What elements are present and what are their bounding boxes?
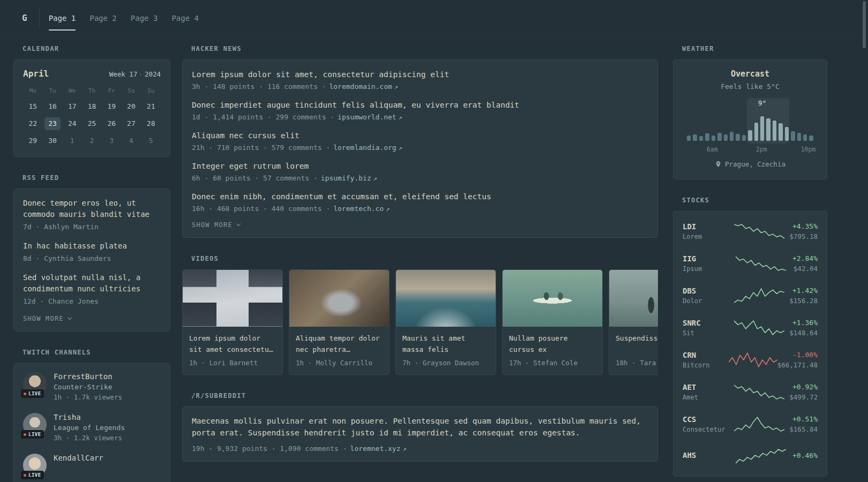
stock-row[interactable]: DBS Dolor +1.42% $156.28 [683, 280, 818, 312]
rss-show-more-button[interactable]: SHOW MORE [23, 315, 161, 322]
hn-domain-link[interactable]: loremtech.co↗ [333, 205, 390, 213]
channel-viewers-meta: 1h · 1.7k viewers [54, 393, 122, 401]
stock-row[interactable]: AET Amet +0.92% $499.72 [683, 376, 818, 408]
hn-story-title[interactable]: Integer eget rutrum lorem [192, 160, 648, 172]
scrollbar-thumb[interactable] [863, 1, 866, 48]
rss-item-title[interactable]: In hac habitasse platea [23, 240, 161, 252]
subreddit-post-title[interactable]: Maecenas mollis pulvinar erat non posuer… [192, 416, 648, 439]
stock-change: +0.46% [792, 451, 818, 460]
calendar-day: 3 [103, 134, 119, 147]
hn-story-title[interactable]: Lorem ipsum dolor sit amet, consectetur … [192, 69, 648, 80]
video-thumbnail[interactable] [609, 270, 658, 327]
video-thumbnail[interactable] [289, 270, 389, 327]
hn-domain-link[interactable]: loremlandia.org↗ [333, 144, 402, 152]
rss-item-title[interactable]: Sed volutpat nulla nisl, a condimentum n… [23, 272, 161, 295]
channel-game[interactable]: League of Legends [54, 424, 125, 432]
video-card-body: Nullam posuere cursus ex 17h · Stefan Co… [503, 327, 602, 374]
video-thumbnail[interactable] [183, 270, 282, 327]
channel-info: Trisha League of Legends 3h · 1.2k viewe… [54, 413, 125, 442]
video-title[interactable]: Lorem ipsum dolor sit amet consectetu… [189, 333, 276, 355]
twitch-channel-row[interactable]: LIVE KendallCarr [23, 454, 161, 477]
hn-story-title[interactable]: Donec enim nibh, condimentum et accumsan… [192, 191, 648, 202]
hn-story-meta: 16h · 468 points · 440 comments · loremt… [192, 205, 648, 213]
calendar-day: 28 [143, 117, 159, 130]
stock-figures: +2.84% $42.04 [792, 254, 818, 273]
video-card[interactable]: Mauris sit amet massa felis 7h · Grayson… [395, 269, 496, 375]
stock-row[interactable]: AHS +0.46% [683, 440, 818, 472]
hn-domain-link[interactable]: ipsumworld.net↗ [338, 113, 402, 121]
live-badge: LIVE [21, 389, 44, 398]
stock-sparkline [729, 351, 777, 369]
location-pin-icon [715, 161, 722, 168]
stock-row[interactable]: LDI Lorem +4.35% $795.18 [683, 215, 818, 247]
hn-story-meta: 6h · 60 points · 57 comments · ipsumify.… [192, 174, 648, 182]
video-card[interactable]: Suspendisse diam 18h · Tara [609, 269, 658, 375]
video-card[interactable]: Lorem ipsum dolor sit amet consectetu… 1… [182, 269, 283, 375]
weather-bar [766, 118, 770, 141]
live-label: LIVE [28, 391, 41, 396]
channel-name[interactable]: ForrestBurton [54, 372, 122, 381]
subreddit-card: Maecenas mollis pulvinar erat non posuer… [182, 406, 658, 462]
stocks-widget: STOCKS LDI Lorem +4.35% $795.18 [673, 197, 827, 477]
show-more-label: SHOW MORE [23, 315, 64, 322]
subreddit-domain-link[interactable]: loremnet.xyz↗ [350, 445, 407, 453]
hn-story-title[interactable]: Donec imperdiet augue tincidunt felis al… [192, 99, 648, 111]
live-dot-icon [24, 393, 26, 395]
video-meta: 1h · Molly Carrillo [296, 359, 383, 367]
hackernews-show-more-button[interactable]: SHOW MORE [192, 221, 648, 229]
page-tab[interactable]: Page 3 [124, 0, 165, 36]
channel-game[interactable]: Counter-Strike [54, 383, 122, 391]
rss-list: Donec tempor eros leo, ut commodo mauris… [23, 198, 161, 305]
page-tab[interactable]: Page 2 [83, 0, 124, 36]
stock-row[interactable]: CCS Consectetur +0.51% $165.84 [683, 408, 818, 440]
stock-row[interactable]: SNRC Sit +1.36% $148.64 [683, 312, 818, 344]
weather-ticks: 6am 2pm 10pm [687, 146, 813, 153]
calendar-day: 26 [103, 117, 119, 130]
video-thumbnail[interactable] [396, 270, 496, 327]
tick-2pm: 2pm [756, 146, 767, 153]
hackernews-section-title: HACKER NEWS [191, 45, 658, 52]
twitch-channel-row[interactable]: LIVE ForrestBurton Counter-Strike 1h · 1… [23, 372, 161, 401]
dashboard-columns: CALENDAR April Week 17·2024 MoTuWeThFrSa… [0, 36, 868, 482]
video-title[interactable]: Suspendisse diam [616, 333, 658, 355]
hn-story: Integer eget rutrum lorem 6h · 60 points… [192, 160, 648, 182]
weather-location-text: Prague, Czechia [725, 160, 785, 168]
video-card[interactable]: Aliquam tempor dolor nec pharetra… 1h · … [289, 269, 390, 375]
calendar-widget: CALENDAR April Week 17·2024 MoTuWeThFrSa… [13, 45, 170, 157]
stock-price: $165.84 [789, 425, 818, 433]
stock-symbol: AHS [683, 451, 729, 460]
hn-story: Aliquam nec cursus elit 21h · 710 points… [192, 130, 648, 152]
external-link-icon: ↗ [399, 144, 402, 152]
subreddit-post-meta: 19h · 9,932 points · 1,090 comments · lo… [192, 445, 648, 453]
video-title[interactable]: Mauris sit amet massa felis [402, 333, 489, 355]
stock-symbol: CCS [683, 415, 729, 424]
weather-bar [773, 120, 776, 141]
stock-row[interactable]: CRN Bitcorn -1.00% $66,171.48 [683, 344, 818, 376]
rss-item-title[interactable]: Donec tempor eros leo, ut commodo mauris… [23, 198, 161, 220]
twitch-list: LIVE ForrestBurton Counter-Strike 1h · 1… [23, 372, 161, 477]
video-title[interactable]: Aliquam tempor dolor nec pharetra… [296, 333, 383, 355]
video-thumbnail[interactable] [503, 270, 602, 327]
stock-identity: LDI Lorem [683, 222, 729, 240]
calendar-weekday: We [69, 87, 76, 94]
weather-bar [730, 132, 734, 141]
video-card[interactable]: Nullam posuere cursus ex 17h · Stefan Co… [502, 269, 603, 375]
stock-sparkline [734, 415, 784, 433]
app-logo[interactable]: G [22, 13, 27, 23]
channel-name[interactable]: Trisha [54, 413, 125, 421]
stock-identity: DBS Dolor [683, 287, 729, 305]
hn-story-title[interactable]: Aliquam nec cursus elit [192, 130, 648, 141]
page-tab[interactable]: Page 4 [164, 0, 206, 36]
stock-symbol: CRN [683, 351, 729, 359]
video-title[interactable]: Nullam posuere cursus ex [509, 333, 596, 355]
weather-location: Prague, Czechia [683, 160, 818, 168]
twitch-channel-row[interactable]: LIVE Trisha League of Legends 3h · 1.2k … [23, 413, 161, 442]
stock-price: $66,171.48 [777, 361, 818, 369]
stock-row[interactable]: IIG Ipsum +2.84% $42.04 [683, 247, 818, 280]
page-tab[interactable]: Page 1 [42, 0, 83, 36]
stock-symbol: DBS [683, 287, 729, 295]
hn-domain-link[interactable]: loremdomain.com↗ [329, 82, 398, 91]
channel-name[interactable]: KendallCarr [54, 454, 103, 462]
hn-domain-link[interactable]: ipsumify.biz↗ [321, 174, 377, 182]
calendar-day: 20 [123, 100, 139, 113]
